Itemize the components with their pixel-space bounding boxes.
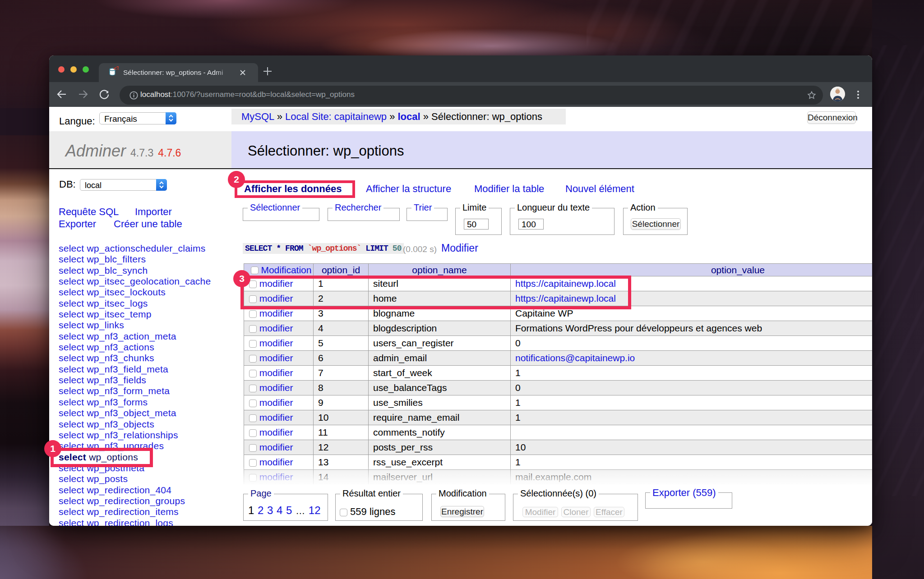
svg-text:<?: <? [113,66,119,71]
